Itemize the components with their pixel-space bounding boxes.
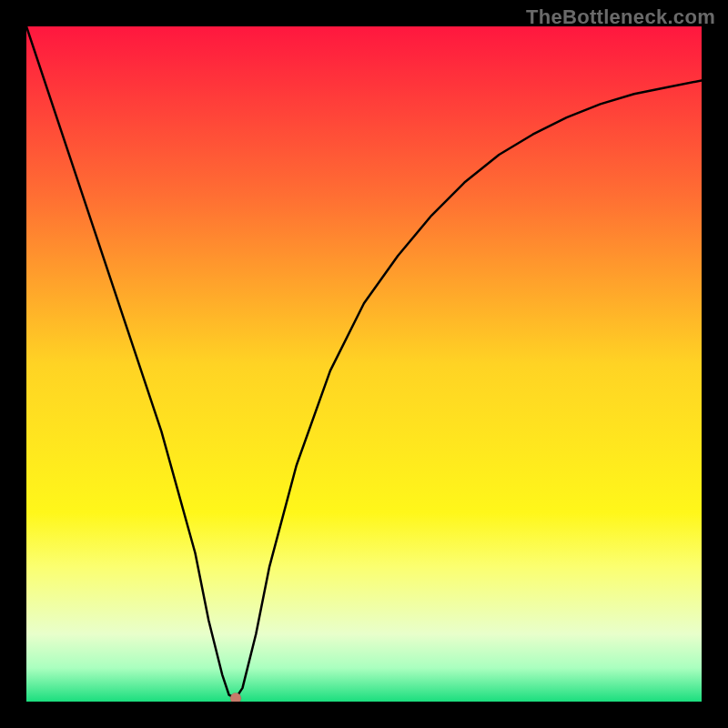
- minimum-marker: [230, 693, 241, 702]
- chart-svg: [26, 26, 702, 702]
- watermark-text: TheBottleneck.com: [526, 5, 715, 29]
- chart-frame: TheBottleneck.com: [0, 0, 728, 728]
- plot-area: [26, 26, 702, 702]
- background-gradient: [26, 26, 702, 702]
